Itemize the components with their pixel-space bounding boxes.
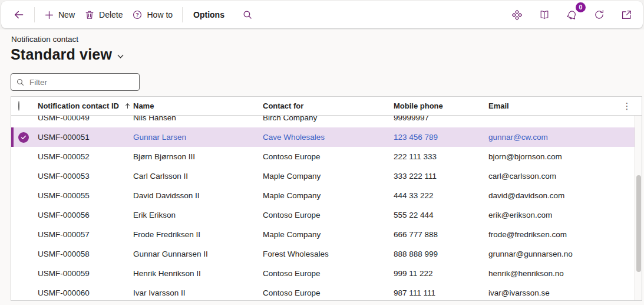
- filter-field: [11, 73, 140, 91]
- cell-name[interactable]: Gunnar Gunnarsen II: [133, 250, 263, 258]
- sort-ascending-icon: [124, 102, 131, 110]
- cell-notification-contact-id[interactable]: USMF-000052: [38, 152, 133, 161]
- vertical-scrollbar[interactable]: [635, 116, 642, 300]
- action-pane: New Delete ? How to Options: [1, 1, 643, 28]
- selected-check-icon[interactable]: [18, 132, 29, 143]
- grid-rows: USMF-000049Nils HansenBirch Company99999…: [11, 108, 642, 301]
- grid-header-row: Notification contact ID Name Contact for…: [11, 97, 642, 116]
- cell-notification-contact-id[interactable]: USMF-000060: [38, 288, 133, 297]
- cell-contact-for[interactable]: Maple Company: [263, 230, 394, 239]
- table-row[interactable]: USMF-000058Gunnar Gunnarsen IIForest Who…: [11, 244, 642, 264]
- cell-contact-for[interactable]: Cave Wholesales: [263, 133, 394, 142]
- new-button[interactable]: New: [39, 6, 80, 24]
- table-row[interactable]: USMF-000053Carl Carlsson IIMaple Company…: [11, 166, 642, 186]
- cell-contact-for[interactable]: Maple Company: [263, 191, 394, 200]
- page-title: Standard view: [11, 46, 112, 63]
- cell-email[interactable]: david@davidson.com: [488, 191, 619, 200]
- refresh-button[interactable]: [591, 6, 607, 23]
- cell-email[interactable]: grunnar@gunnarsen.no: [488, 250, 619, 258]
- scrollbar-thumb[interactable]: [636, 175, 641, 272]
- new-button-label: New: [58, 10, 75, 19]
- row-select-cell[interactable]: [11, 132, 38, 143]
- delete-button[interactable]: Delete: [80, 6, 127, 24]
- grid-more-options-icon[interactable]: ⋮: [619, 101, 635, 111]
- select-all-checkbox[interactable]: [18, 101, 19, 111]
- cell-contact-for[interactable]: Contoso Europe: [263, 152, 394, 161]
- cell-email[interactable]: erik@erikson.com: [488, 211, 619, 219]
- open-book-icon: [539, 9, 550, 21]
- cell-mobile-phone[interactable]: 444 33 222: [394, 191, 488, 200]
- cell-contact-for[interactable]: Maple Company: [263, 172, 394, 181]
- cell-mobile-phone[interactable]: 222 111 333: [394, 152, 488, 161]
- cell-contact-for[interactable]: Contoso Europe: [263, 269, 394, 278]
- cell-name[interactable]: Gunnar Larsen: [133, 133, 263, 142]
- back-arrow-icon: [13, 9, 25, 21]
- cell-contact-for[interactable]: Contoso Europe: [263, 288, 394, 297]
- delete-button-label: Delete: [99, 10, 123, 19]
- table-row[interactable]: USMF-000059Henrik Henrikson IIContoso Eu…: [11, 264, 642, 283]
- table-row[interactable]: USMF-000055David Davidsson IIMaple Compa…: [11, 186, 642, 205]
- how-to-button[interactable]: ? How to: [127, 6, 177, 24]
- column-header-email[interactable]: Email: [488, 101, 619, 110]
- task-guide-button[interactable]: [536, 6, 553, 23]
- cell-email[interactable]: ivar@ivarsson.se: [488, 288, 619, 297]
- chevron-down-icon: [115, 51, 126, 61]
- how-to-button-label: How to: [147, 10, 173, 19]
- cell-name[interactable]: Frode Fredriksen II: [133, 230, 263, 239]
- cell-notification-contact-id[interactable]: USMF-000059: [38, 269, 133, 278]
- column-header-name[interactable]: Name: [133, 101, 263, 110]
- back-button[interactable]: [9, 5, 28, 24]
- toolbar-divider: [182, 7, 183, 22]
- cell-email[interactable]: carl@carlsson.com: [488, 172, 619, 181]
- cell-contact-for[interactable]: Contoso Europe: [263, 211, 394, 219]
- notification-contact-grid: Notification contact ID Name Contact for…: [11, 96, 642, 301]
- cell-name[interactable]: David Davidsson II: [133, 191, 263, 200]
- table-row[interactable]: USMF-000060Ivar Ivarsson IIContoso Europ…: [11, 283, 642, 301]
- filter-search-icon: [16, 78, 25, 87]
- cell-notification-contact-id[interactable]: USMF-000051: [38, 133, 133, 142]
- toolbar-search-button[interactable]: [239, 6, 256, 24]
- cell-notification-contact-id[interactable]: USMF-000056: [38, 211, 133, 219]
- cell-mobile-phone[interactable]: 987 111 111: [394, 288, 488, 297]
- cell-mobile-phone[interactable]: 666 777 888: [394, 230, 488, 239]
- cell-notification-contact-id[interactable]: USMF-000057: [38, 230, 133, 239]
- svg-text:?: ?: [136, 12, 140, 18]
- table-row[interactable]: USMF-000052Bjørn Bjørnson IIIContoso Eur…: [11, 147, 642, 166]
- cell-email[interactable]: gunnar@cw.com: [488, 133, 619, 142]
- cell-mobile-phone[interactable]: 999 11 222: [394, 269, 488, 278]
- table-row[interactable]: USMF-000051Gunnar LarsenCave Wholesales1…: [11, 127, 642, 147]
- filter-input[interactable]: [28, 77, 134, 87]
- power-apps-button[interactable]: [508, 6, 526, 24]
- table-row[interactable]: USMF-000057Frode Fredriksen IIMaple Comp…: [11, 225, 642, 244]
- help-circle-icon: ?: [132, 9, 143, 20]
- cell-mobile-phone[interactable]: 888 888 999: [394, 250, 488, 258]
- cell-contact-for[interactable]: Forest Wholesales: [263, 250, 394, 258]
- pop-out-icon: [620, 9, 632, 21]
- view-selector[interactable]: Standard view: [11, 46, 126, 63]
- cell-mobile-phone[interactable]: 555 22 444: [394, 211, 488, 219]
- cell-name[interactable]: Ivar Ivarsson II: [133, 288, 263, 297]
- cell-name[interactable]: Carl Carlsson II: [133, 172, 263, 181]
- cell-email[interactable]: frode@fredriksen.com: [488, 230, 619, 239]
- table-row[interactable]: USMF-000056Erik EriksonContoso Europe555…: [11, 205, 642, 225]
- cell-mobile-phone[interactable]: 333 222 111: [394, 172, 488, 181]
- cell-name[interactable]: Bjørn Bjørnson III: [133, 152, 263, 161]
- cell-notification-contact-id[interactable]: USMF-000053: [38, 172, 133, 181]
- cell-notification-contact-id[interactable]: USMF-000055: [38, 191, 133, 200]
- open-in-new-window-button[interactable]: [618, 6, 635, 23]
- refresh-icon: [593, 9, 605, 21]
- cell-notification-contact-id[interactable]: USMF-000058: [38, 250, 133, 258]
- column-header-mobile-phone[interactable]: Mobile phone: [394, 101, 488, 110]
- notification-count-badge: 0: [576, 2, 586, 12]
- options-tab[interactable]: Options: [187, 6, 230, 23]
- cell-name[interactable]: Henrik Henrikson II: [133, 269, 263, 278]
- cell-email[interactable]: henrik@henrikson.no: [488, 269, 619, 278]
- column-header-notification-contact-id[interactable]: Notification contact ID: [38, 101, 133, 110]
- cell-mobile-phone[interactable]: 123 456 789: [394, 133, 488, 142]
- toolbar-divider: [34, 7, 35, 22]
- column-header-contact-for[interactable]: Contact for: [263, 101, 394, 110]
- cell-name[interactable]: Erik Erikson: [133, 211, 263, 219]
- notifications-button[interactable]: 0: [563, 6, 580, 24]
- plus-icon: [44, 10, 54, 20]
- cell-email[interactable]: bjorn@bjornson.com: [488, 152, 619, 161]
